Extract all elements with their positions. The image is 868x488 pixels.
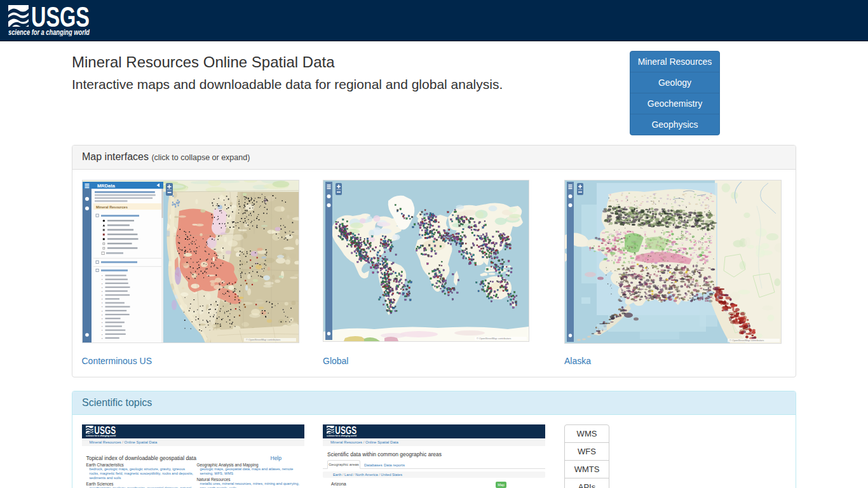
svg-text:×: ×: [101, 329, 102, 332]
svg-text:×: ×: [101, 310, 102, 313]
svg-text:×: ×: [101, 274, 102, 277]
svg-text:MRData: MRData: [97, 183, 116, 189]
svg-text:© OpenStreetMap contributors: © OpenStreetMap contributors: [477, 337, 511, 340]
svg-text:×: ×: [101, 302, 102, 304]
svg-text:×: ×: [101, 325, 102, 328]
svg-text:×: ×: [101, 283, 102, 285]
svg-text:×: ×: [101, 278, 102, 281]
svg-text:science for a changing world: science for a changing world: [86, 433, 116, 437]
svg-text:Mineral Resources: Mineral Resources: [96, 205, 128, 209]
svg-text:×: ×: [101, 287, 102, 289]
svg-text:×: ×: [101, 334, 102, 336]
svg-text:×: ×: [101, 294, 102, 297]
svg-text:×: ×: [101, 298, 102, 301]
svg-text:×: ×: [101, 318, 102, 320]
svg-text:science for a changing world: science for a changing world: [8, 27, 90, 36]
svg-text:© OpenStreetMap contributors: © OpenStreetMap contributors: [729, 339, 764, 342]
svg-text:×: ×: [101, 314, 102, 316]
svg-text:×: ×: [101, 337, 102, 340]
svg-text:×: ×: [101, 306, 102, 308]
svg-text:×: ×: [101, 290, 102, 293]
svg-text:×: ×: [101, 322, 102, 324]
svg-text:science for a changing world: science for a changing world: [327, 433, 356, 437]
svg-text:© OpenStreetMap contributors: © OpenStreetMap contributors: [246, 338, 280, 341]
